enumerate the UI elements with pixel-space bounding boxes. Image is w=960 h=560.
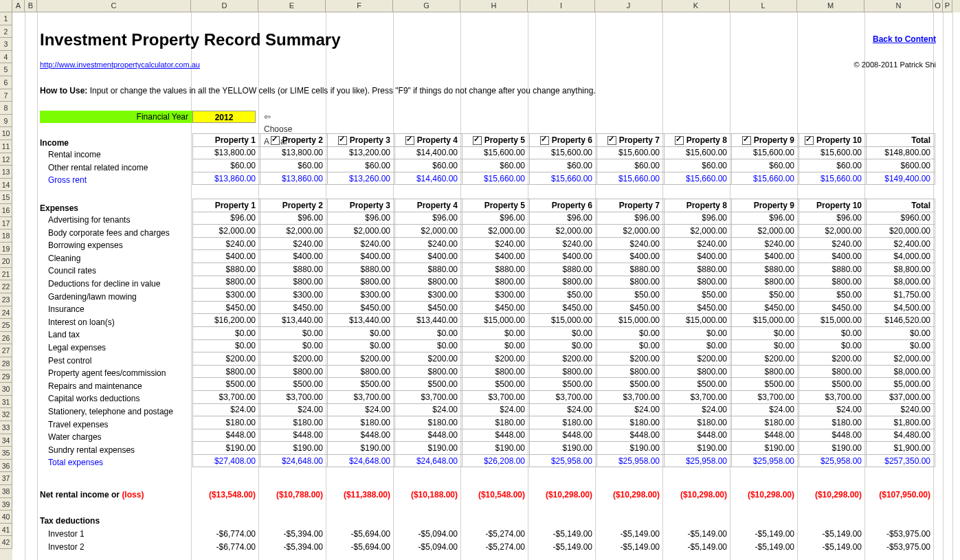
row-head-2[interactable]: 2 (0, 25, 12, 38)
cell[interactable]: $0.00 (462, 339, 530, 352)
cell[interactable]: $24.00 (328, 403, 395, 416)
cell[interactable]: $2,000.00 (462, 225, 530, 238)
cell[interactable]: $800.00 (260, 276, 328, 289)
cell[interactable]: $15,000.00 (530, 314, 597, 327)
col-head-G[interactable]: G (393, 0, 460, 12)
cell[interactable]: $448.00 (665, 429, 732, 442)
cell[interactable]: $60.00 (665, 159, 732, 172)
cell[interactable]: $800.00 (530, 365, 597, 378)
cell[interactable]: $500.00 (732, 378, 799, 391)
cell[interactable]: $180.00 (260, 416, 328, 429)
cell[interactable]: $450.00 (597, 301, 665, 314)
cell[interactable]: $8,000.00 (867, 276, 935, 289)
cell[interactable]: $4,480.00 (867, 429, 935, 442)
cell[interactable]: $300.00 (328, 289, 395, 302)
cell[interactable]: $240.00 (665, 237, 732, 250)
cell[interactable]: $500.00 (597, 378, 665, 391)
cell[interactable]: $3,700.00 (462, 390, 530, 403)
cell[interactable]: $25,958.00 (530, 454, 597, 467)
col-head-K[interactable]: K (662, 0, 730, 12)
property-header-7[interactable]: Property 7 (597, 199, 665, 212)
cell[interactable]: $448.00 (530, 429, 597, 442)
property-header-8[interactable]: Property 8 (665, 199, 732, 212)
cell[interactable]: $500.00 (328, 378, 395, 391)
cell[interactable]: $60.00 (328, 159, 395, 172)
cell[interactable]: $180.00 (395, 416, 462, 429)
col-head-H[interactable]: H (460, 0, 528, 12)
property-header-9[interactable]: Property 9 (732, 199, 799, 212)
cell[interactable]: $500.00 (530, 378, 597, 391)
cell[interactable]: $25,958.00 (597, 454, 665, 467)
cell[interactable]: $240.00 (867, 403, 935, 416)
cell[interactable]: $240.00 (193, 237, 260, 250)
row-head-7[interactable]: 7 (0, 89, 12, 102)
row-head-33[interactable]: 33 (0, 421, 12, 434)
cell[interactable]: $200.00 (732, 352, 799, 366)
property-header-4[interactable]: Property 4 (395, 134, 462, 147)
cell[interactable]: $800.00 (597, 365, 665, 378)
cell[interactable]: $800.00 (328, 276, 395, 289)
property-header-3[interactable]: Property 3 (328, 199, 395, 212)
cell[interactable]: $240.00 (260, 237, 328, 250)
cell[interactable]: $450.00 (193, 301, 260, 314)
cell[interactable]: $24.00 (732, 403, 799, 416)
cell[interactable]: $15,600.00 (665, 146, 732, 159)
cell[interactable]: $800.00 (799, 276, 867, 289)
cell[interactable]: $880.00 (193, 262, 260, 276)
property-checkbox-icon[interactable] (338, 136, 347, 145)
cell[interactable]: $880.00 (328, 262, 395, 276)
cell[interactable]: $50.00 (665, 289, 732, 302)
cell[interactable]: $50.00 (530, 289, 597, 302)
row-head-31[interactable]: 31 (0, 396, 12, 409)
cell[interactable]: $1,900.00 (867, 442, 935, 455)
cell[interactable]: $880.00 (462, 262, 530, 276)
cell[interactable]: $2,000.00 (260, 225, 328, 238)
cell[interactable]: $37,000.00 (867, 390, 935, 403)
cell[interactable]: $15,000.00 (732, 314, 799, 327)
cell[interactable]: $0.00 (193, 326, 260, 339)
cell[interactable]: $880.00 (799, 262, 867, 276)
cell[interactable]: $200.00 (328, 352, 395, 366)
cell[interactable]: $450.00 (462, 301, 530, 314)
cell[interactable]: $20,000.00 (867, 225, 935, 238)
row-head-4[interactable]: 4 (0, 51, 12, 64)
cell[interactable]: $500.00 (462, 378, 530, 391)
cell[interactable]: $200.00 (462, 352, 530, 366)
cell[interactable]: $0.00 (597, 339, 665, 352)
cell[interactable]: $448.00 (395, 429, 462, 442)
cell[interactable]: $0.00 (328, 339, 395, 352)
cell[interactable]: $257,350.00 (867, 454, 935, 467)
cell[interactable]: $800.00 (193, 365, 260, 378)
cell[interactable]: $24.00 (462, 403, 530, 416)
cell[interactable]: $800.00 (328, 365, 395, 378)
cell[interactable]: $180.00 (328, 416, 395, 429)
cell[interactable]: $2,000.00 (328, 225, 395, 238)
cell[interactable]: $15,600.00 (597, 146, 665, 159)
cell[interactable]: $400.00 (395, 250, 462, 263)
cell[interactable]: $400.00 (260, 250, 328, 263)
row-head-1[interactable]: 1 (0, 12, 12, 25)
cell[interactable]: $1,750.00 (867, 289, 935, 302)
cell[interactable]: $180.00 (665, 416, 732, 429)
cell[interactable]: $15,600.00 (530, 146, 597, 159)
cell[interactable]: $2,000.00 (799, 225, 867, 238)
cell[interactable]: $300.00 (462, 289, 530, 302)
cell[interactable]: $400.00 (799, 250, 867, 263)
cell[interactable]: $60.00 (462, 159, 530, 172)
col-head-A[interactable]: A (12, 0, 25, 12)
cell[interactable]: $13,860.00 (193, 172, 260, 185)
col-head-I[interactable]: I (528, 0, 595, 12)
cell[interactable]: $2,000.00 (395, 225, 462, 238)
property-checkbox-icon[interactable] (271, 136, 280, 145)
cell[interactable]: $13,440.00 (328, 314, 395, 327)
cell[interactable]: $2,000.00 (193, 225, 260, 238)
row-head-11[interactable]: 11 (0, 140, 12, 153)
cell[interactable]: $180.00 (799, 416, 867, 429)
cell[interactable]: $96.00 (530, 212, 597, 225)
cell[interactable]: $800.00 (462, 365, 530, 378)
col-head-F[interactable]: F (326, 0, 393, 12)
cell[interactable]: $15,600.00 (462, 146, 530, 159)
cell[interactable]: $450.00 (665, 301, 732, 314)
cell[interactable]: $2,000.00 (867, 352, 935, 366)
cell[interactable]: $24.00 (260, 403, 328, 416)
